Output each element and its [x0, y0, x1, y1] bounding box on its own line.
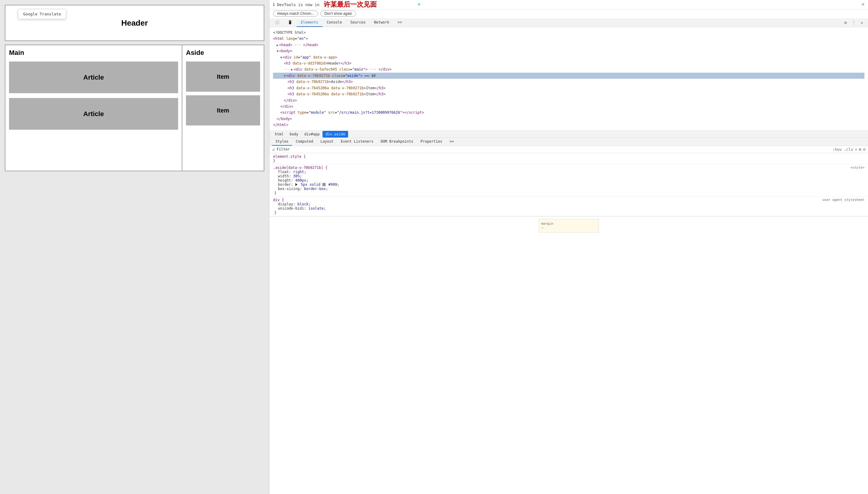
- devtools-panel: ℹ DevTools is now in 许某最后一次见面 ✦ × Always…: [269, 0, 868, 494]
- css-prop-unicode-bidi[interactable]: unicode-bidi: isolate;: [278, 206, 864, 210]
- preview-article-1: Article: [9, 61, 178, 93]
- breadcrumb-html[interactable]: html: [272, 131, 287, 137]
- tab-event-listeners[interactable]: Event Listeners: [337, 138, 377, 146]
- tab-cursor[interactable]: ⬜: [271, 18, 283, 27]
- add-style-button[interactable]: +: [855, 147, 857, 152]
- box-model-container: margin -: [538, 219, 599, 232]
- devtools-toolbar-icons: ⚙ ⋮ ✕: [843, 19, 867, 26]
- tree-body-close: </body>: [273, 116, 864, 122]
- filter-icons: :hov .cls + ⊞ ⊟: [832, 147, 866, 152]
- preview-panel: Header Main Article Article Aside Item I…: [0, 0, 269, 494]
- tab-dom-breakpoints[interactable]: DOM Breakpoints: [377, 138, 417, 146]
- css-block-div: div { user agent stylesheet display: blo…: [270, 197, 868, 216]
- translate-buttons-row: Always match Chrom... Don't show again G…: [270, 10, 868, 18]
- css-prop-box-sizing[interactable]: box-sizing: border-box;: [278, 187, 864, 191]
- css-source-ua: user agent stylesheet: [823, 198, 864, 202]
- preview-main-container: Main Article Article Aside Item Item: [5, 45, 264, 171]
- preview-aside: Aside Item Item: [182, 45, 264, 171]
- preview-aside-title: Aside: [186, 49, 260, 57]
- tree-html-close: </html>: [273, 122, 864, 128]
- tree-script[interactable]: <script type="module" src="/src/main.js?…: [273, 110, 864, 115]
- filter-label: Filter: [277, 147, 290, 151]
- cls-button[interactable]: .cls: [844, 147, 853, 152]
- google-translate-popup: Google Translate: [18, 9, 66, 19]
- tree-h3-aside[interactable]: <h3 data-v-70b9271b>Aside</h3>: [273, 79, 864, 85]
- css-prop-display[interactable]: display: block;: [278, 202, 864, 206]
- css-selector-aside[interactable]: .aside[data-v-70b9271b] {: [273, 166, 328, 170]
- tab-computed[interactable]: Computed: [292, 138, 317, 146]
- breadcrumb-bar: html body div#app div.aside: [270, 131, 868, 138]
- expand-button[interactable]: ⊟: [863, 147, 866, 152]
- tab-more-styles[interactable]: >>: [446, 138, 457, 146]
- tree-html[interactable]: <html lang="en">: [273, 36, 864, 42]
- tree-body[interactable]: ▼<body>: [273, 48, 864, 54]
- tree-div-app-close: </div>: [273, 103, 864, 110]
- styles-panel: Styles Computed Layout Event Listeners D…: [270, 138, 868, 494]
- tab-elements[interactable]: Elements: [297, 18, 322, 27]
- tab-more[interactable]: >>: [394, 18, 406, 27]
- tab-layout[interactable]: Layout: [317, 138, 337, 146]
- preview-article-2: Article: [9, 98, 178, 130]
- preview-main: Main Article Article: [5, 45, 182, 171]
- box-model-margin-label: margin: [541, 222, 596, 226]
- devtools-notification: ℹ DevTools is now in 许某最后一次见面 ✦ ×: [270, 0, 868, 10]
- css-selector-div[interactable]: div {: [273, 198, 284, 202]
- css-prop-border[interactable]: border: 5px solid #999;: [278, 183, 864, 187]
- toggle-sidebar-button[interactable]: ⊞: [859, 147, 861, 152]
- preview-item-2: Item: [186, 95, 260, 126]
- css-prop-height[interactable]: height: 400px;: [278, 178, 864, 183]
- tree-head[interactable]: ▶<head> ··· </head>: [273, 42, 864, 48]
- notification-close-button[interactable]: ×: [862, 2, 864, 7]
- hov-button[interactable]: :hov: [832, 147, 842, 152]
- tab-styles[interactable]: Styles: [272, 138, 292, 146]
- breadcrumb-body[interactable]: body: [287, 131, 301, 137]
- tree-div-main[interactable]: ···▶<div data-v-5afec045 class="main"> ·…: [273, 66, 864, 73]
- always-match-button[interactable]: Always match Chrom...: [273, 11, 318, 17]
- breadcrumb-div-app[interactable]: div#app: [301, 131, 323, 137]
- info-icon: ℹ: [273, 2, 275, 7]
- settings-icon[interactable]: ⚙: [843, 19, 848, 26]
- css-block-aside: .aside[data-v-70b9271b] { <style> float:…: [270, 164, 868, 197]
- css-block-element-style: element.style { }: [270, 153, 868, 164]
- tab-network[interactable]: Network: [370, 18, 394, 27]
- tab-device[interactable]: 📱: [283, 18, 297, 27]
- css-prop-width[interactable]: width: 30%;: [278, 174, 864, 178]
- color-swatch-border[interactable]: [322, 183, 326, 186]
- dont-show-button[interactable]: Don't show again: [320, 11, 356, 17]
- more-icon[interactable]: ⋮: [850, 19, 857, 26]
- tree-h3-item1[interactable]: <h3 data-v-7645206a data-v-70b9271b>Item…: [273, 85, 864, 91]
- tree-div-aside-close: </div>: [273, 97, 864, 103]
- header-text: Header: [121, 18, 148, 28]
- box-model-row: -: [541, 226, 596, 230]
- styles-filter-bar: ⊿ Filter :hov .cls + ⊞ ⊟: [270, 146, 868, 153]
- filter-funnel-icon: ⊿: [272, 147, 275, 151]
- star-icon: ✦: [417, 0, 421, 7]
- styles-tabs-bar: Styles Computed Layout Event Listeners D…: [270, 138, 868, 146]
- close-devtools-icon[interactable]: ✕: [860, 19, 864, 26]
- tab-console[interactable]: Console: [322, 18, 346, 27]
- tree-div-aside[interactable]: ▼<div data-v-70b9271b class="aside"> == …: [273, 73, 864, 79]
- chinese-banner-text: 许某最后一次见面: [324, 0, 377, 9]
- css-selector-element-style[interactable]: element.style {: [273, 154, 305, 159]
- filter-input[interactable]: [292, 147, 831, 151]
- tree-div-app[interactable]: ▼<div id="app" data-v-app>: [273, 54, 864, 60]
- devtools-main-tabs: ⬜ 📱 Elements Console Sources Network >> …: [270, 18, 868, 27]
- tab-properties[interactable]: Properties: [417, 138, 446, 146]
- html-tree: <!DOCTYPE html> <html lang="en"> ▶<head>…: [270, 27, 868, 131]
- css-source-aside[interactable]: <style>: [850, 166, 864, 170]
- preview-main-title: Main: [9, 49, 178, 57]
- tree-doctype: <!DOCTYPE html>: [273, 30, 864, 36]
- tree-h3-item2[interactable]: <h3 data-v-7645206a data-v-70b9271b>Item…: [273, 91, 864, 97]
- preview-item-1: Item: [186, 61, 260, 92]
- tree-h3-header[interactable]: <h3 data-v-dd3f802d>Header</h3>: [273, 60, 864, 66]
- box-model-value: -: [541, 226, 544, 230]
- box-model-area: margin -: [270, 216, 868, 235]
- breadcrumb-div-aside[interactable]: div.aside: [322, 131, 348, 137]
- tab-sources[interactable]: Sources: [346, 18, 370, 27]
- css-prop-float[interactable]: float: right;: [278, 170, 864, 174]
